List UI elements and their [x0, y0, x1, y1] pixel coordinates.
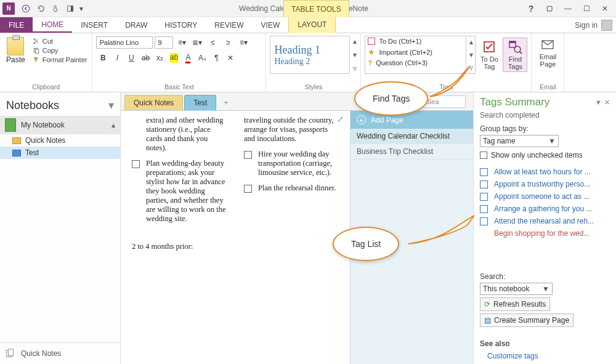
tag-result[interactable]: Appoint a trustworthy perso...	[480, 178, 610, 190]
popout-icon[interactable]: ⤢	[337, 115, 344, 124]
customize-tags-link[interactable]: Customize tags	[480, 352, 610, 360]
contextual-tab-tabletools: TABLE TOOLS	[283, 0, 349, 17]
section-tab-test[interactable]: Test	[184, 95, 216, 110]
qat-back-button[interactable]	[18, 2, 33, 15]
chevron-up-icon: ▴	[111, 121, 115, 129]
show-unchecked-checkbox[interactable]	[480, 152, 487, 159]
paragraph-spacing-button[interactable]: ¶	[209, 51, 223, 65]
tags-gallery[interactable]: To Do (Ctrl+1) ★Important (Ctrl+2) ?Ques…	[365, 36, 466, 74]
group-email: Email Page Email	[532, 33, 564, 92]
search-input[interactable]	[423, 95, 466, 108]
create-summary-page-button[interactable]: ▤Create Summary Page	[480, 313, 573, 327]
notebook-selector[interactable]: My Notebook ▴	[0, 116, 120, 134]
search-scope-label: Search:	[480, 272, 610, 281]
clear-formatting-button[interactable]: Aₓ	[195, 51, 209, 65]
notebooks-pin-icon[interactable]: ▾	[108, 99, 114, 112]
styles-gallery[interactable]: Heading 1 Heading 2	[270, 36, 350, 74]
page-canvas[interactable]: ⤢ extra) and other wedding stationery (i…	[121, 111, 350, 364]
clipboard-icon	[7, 37, 24, 55]
help-button[interactable]: ?	[522, 2, 540, 15]
tab-history[interactable]: HISTORY	[156, 17, 206, 33]
font-size-combo[interactable]: 9	[155, 36, 173, 49]
bullets-button[interactable]: ≡▾	[175, 36, 188, 49]
qat-customize-dropdown[interactable]: ▾	[78, 2, 85, 15]
ribbon-collapse-button[interactable]: ▢	[541, 2, 558, 15]
italic-button[interactable]: I	[110, 51, 124, 65]
align-button[interactable]: ≡▾	[237, 36, 250, 49]
todo-tag-label: To Do Tag	[479, 55, 499, 70]
page-item-wedding[interactable]: Wedding Calendar Checklist	[351, 129, 473, 144]
minimize-button[interactable]: —	[559, 2, 577, 15]
page-item-business[interactable]: Business Trip Checklist	[351, 144, 473, 160]
pane-dropdown-icon[interactable]: ▼	[595, 99, 602, 107]
subscript-button[interactable]: x₂	[153, 51, 166, 65]
cut-button[interactable]: Cut	[31, 37, 89, 46]
tag-result[interactable]: Arrange a gathering for you ...	[480, 203, 610, 215]
paste-label: Paste	[6, 55, 25, 64]
signin-link[interactable]: Sign in	[571, 17, 616, 33]
section-tab-quicknotes[interactable]: Quick Notes	[124, 95, 183, 110]
tab-layout[interactable]: LAYOUT	[288, 17, 336, 33]
style-heading2[interactable]: Heading 2	[274, 57, 346, 67]
style-heading1[interactable]: Heading 1	[274, 44, 346, 57]
checklist-text: Plan the rehearsal dinner.	[258, 184, 336, 193]
tab-insert[interactable]: INSERT	[72, 17, 116, 33]
underline-button[interactable]: U	[124, 51, 138, 65]
find-tags-button[interactable]: Find Tags	[503, 38, 527, 72]
todo-tag-button[interactable]: To Do Tag	[477, 38, 501, 71]
tag-question-item[interactable]: ?Question (Ctrl+3)	[365, 58, 466, 68]
folder-icon	[12, 137, 21, 144]
tab-draw[interactable]: DRAW	[116, 17, 156, 33]
format-painter-button[interactable]: Format Painter	[31, 55, 89, 64]
tag-todo-item[interactable]: To Do (Ctrl+1)	[365, 36, 466, 46]
checkbox[interactable]	[244, 151, 252, 159]
group-email-label: Email	[535, 82, 560, 91]
paste-button[interactable]: Paste	[4, 36, 28, 65]
highlight-button[interactable]: ab	[167, 51, 180, 65]
search-scope-select[interactable]: This notebook▼	[480, 283, 553, 295]
tag-result[interactable]: Appoint someone to act as ...	[480, 190, 610, 203]
close-button[interactable]: ✕	[596, 2, 614, 15]
numbering-button[interactable]: ≣▾	[190, 36, 204, 49]
refresh-results-button[interactable]: ⟳Refresh Results	[480, 297, 550, 311]
group-by-select[interactable]: Tag name▼	[480, 135, 559, 147]
tab-view[interactable]: VIEW	[253, 17, 289, 33]
font-family-combo[interactable]: Palatino Lino	[96, 36, 153, 49]
tag-result[interactable]: Begin shopping for the wed...	[480, 227, 610, 240]
svg-line-13	[520, 52, 522, 54]
pages-icon	[5, 348, 16, 359]
bold-button[interactable]: B	[96, 51, 110, 65]
email-page-button[interactable]: Email Page	[535, 36, 560, 69]
add-section-button[interactable]: +	[217, 95, 234, 110]
tags-gallery-scroll[interactable]: ▴▾▿	[468, 36, 476, 74]
pane-close-icon[interactable]: ✕	[604, 99, 610, 107]
quick-notes-footer-button[interactable]: Quick Notes	[0, 342, 120, 364]
tag-result[interactable]: Allow at least two hours for ...	[480, 166, 610, 178]
tags-summary-title: Tags Summary ▼✕	[480, 96, 610, 108]
tag-important-item[interactable]: ★Important (Ctrl+2)	[365, 46, 466, 58]
font-color-button[interactable]: A	[181, 51, 195, 65]
qat-undo-button[interactable]	[33, 2, 48, 15]
file-tab[interactable]: FILE	[0, 17, 33, 33]
tag-result[interactable]: Attend the rehearsal and reh...	[480, 215, 610, 227]
checkbox[interactable]	[132, 160, 140, 168]
checkbox[interactable]	[244, 185, 252, 193]
section-quicknotes[interactable]: Quick Notes	[0, 134, 120, 147]
qat-dock-button[interactable]	[63, 2, 78, 15]
qat-touch-button[interactable]	[48, 2, 63, 15]
delete-button[interactable]: ✕	[224, 51, 237, 65]
tab-home[interactable]: HOME	[33, 17, 72, 33]
maximize-button[interactable]: ☐	[578, 2, 595, 15]
indent-button[interactable]: ≥	[221, 36, 235, 49]
copy-button[interactable]: Copy	[31, 46, 89, 55]
section-test[interactable]: Test	[0, 147, 120, 159]
group-clipboard-label: Clipboard	[4, 82, 88, 91]
tab-review[interactable]: REVIEW	[206, 17, 252, 33]
strike-button[interactable]: ab	[139, 51, 152, 65]
group-tags-label: Tags	[365, 82, 527, 91]
see-also-heading: See also	[480, 339, 610, 348]
styles-dropdown[interactable]: ▴▾▿	[351, 36, 357, 74]
outdent-button[interactable]: ≤	[206, 36, 219, 49]
main-area: Notebooks▾ My Notebook ▴ Quick Notes Tes…	[0, 92, 616, 364]
add-page-button[interactable]: +Add Page	[351, 111, 473, 129]
